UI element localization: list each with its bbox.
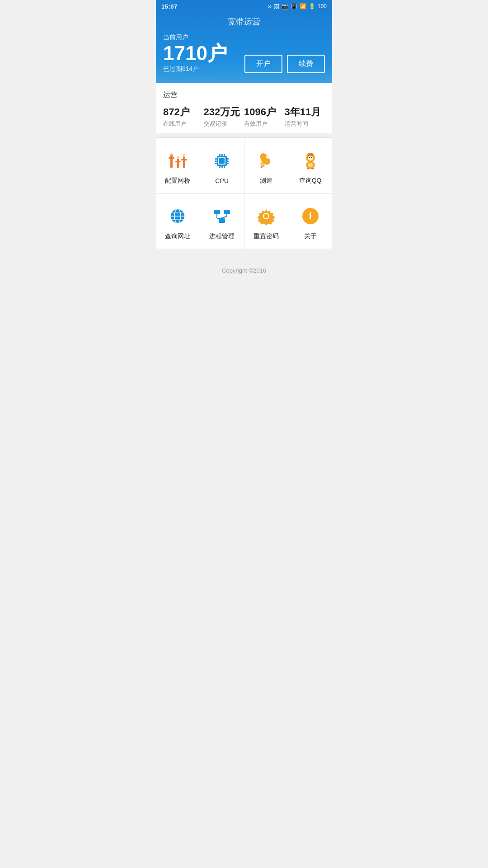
cpu-icon: [210, 149, 234, 173]
svg-rect-8: [181, 159, 187, 160]
svg-point-34: [308, 163, 313, 167]
grid-section: 配置网桥: [156, 137, 332, 249]
config-bridge-label: 配置网桥: [165, 177, 190, 185]
infinity-icon: ∞: [267, 3, 272, 9]
svg-rect-0: [170, 155, 173, 168]
current-user-label: 当前用户: [163, 33, 325, 42]
stat-active-value: 1096户: [244, 105, 285, 119]
gear-icon: [254, 204, 278, 228]
stat-time-label: 运营时间: [285, 120, 325, 128]
stats-title: 运营: [163, 90, 325, 100]
info-icon: i: [299, 204, 322, 228]
stat-active-label: 有效用户: [244, 120, 285, 128]
query-url-label: 查询网址: [165, 232, 190, 241]
svg-rect-4: [183, 157, 185, 168]
svg-rect-16: [221, 166, 223, 168]
footer: Copyright ©2016: [156, 249, 332, 283]
svg-rect-19: [215, 160, 217, 162]
svg-rect-15: [219, 166, 221, 168]
stat-tx-label: 交易记录: [204, 120, 244, 128]
stats-row: 872户 在线用户 232万元 交易记录 1096户 有效用户 3年11月 运营…: [163, 105, 325, 128]
svg-rect-7: [175, 161, 181, 162]
copyright-text: Copyright ©2016: [222, 267, 266, 274]
svg-rect-18: [215, 158, 217, 160]
qq-icon: [299, 149, 322, 172]
rocket-icon: [254, 149, 278, 172]
stat-tx-value: 232万元: [204, 105, 244, 119]
reset-pwd-label: 重置密码: [253, 232, 279, 241]
grid-item-cpu[interactable]: CPU: [200, 138, 244, 193]
app-title: 宽带运营: [163, 16, 325, 27]
svg-point-32: [309, 157, 310, 158]
about-label: 关于: [304, 232, 317, 241]
grid-row-2: 查询网址 进程管理: [156, 193, 332, 249]
cpu-label: CPU: [215, 177, 229, 184]
stats-section: 运营 872户 在线用户 232万元 交易记录 1096户 有效用户 3年11月…: [156, 83, 332, 134]
speed-test-label: 测速: [260, 177, 272, 185]
svg-point-31: [308, 156, 313, 160]
svg-rect-44: [224, 210, 230, 214]
svg-rect-17: [224, 166, 225, 168]
user-count-value: 1710户: [163, 43, 227, 63]
stat-online-label: 在线用户: [163, 120, 204, 128]
svg-rect-43: [214, 210, 220, 214]
svg-rect-6: [169, 157, 174, 159]
svg-rect-2: [177, 159, 179, 168]
svg-point-33: [311, 157, 312, 158]
stat-time-value: 3年11月: [285, 105, 325, 119]
svg-rect-20: [215, 163, 217, 164]
status-bar: 15:07 ∞ 🖼 📷 📳 📶 🔋 100: [156, 0, 332, 13]
stat-transactions: 232万元 交易记录: [204, 105, 244, 128]
renew-button[interactable]: 续费: [287, 55, 325, 73]
status-icons: ∞ 🖼 📷 📳 📶 🔋 100: [267, 3, 327, 9]
stat-operation-time: 3年11月 运营时间: [285, 105, 325, 128]
expired-label: 已过期614户: [163, 65, 227, 73]
svg-rect-23: [227, 163, 229, 164]
grid-item-about[interactable]: i 关于: [288, 193, 332, 249]
grid-item-reset-pwd[interactable]: 重置密码: [244, 193, 289, 249]
vibrate-icon: 📳: [291, 3, 297, 9]
stat-online-users: 872户 在线用户: [163, 105, 204, 128]
svg-text:i: i: [309, 210, 312, 222]
svg-rect-12: [219, 154, 221, 156]
grid-item-speed-test[interactable]: 测速: [244, 138, 289, 193]
open-account-button[interactable]: 开户: [244, 55, 282, 73]
battery-frame-icon: 🔋: [309, 3, 315, 9]
globe-icon: [166, 204, 189, 228]
svg-rect-1: [170, 153, 173, 157]
wifi-icon: 📶: [300, 3, 306, 9]
image-icon: 🖼: [274, 3, 279, 9]
svg-rect-13: [221, 154, 223, 156]
battery-level: 100: [318, 3, 327, 9]
svg-point-36: [311, 168, 314, 170]
screenshot-icon: 📷: [282, 3, 288, 9]
status-time: 15:07: [161, 3, 178, 10]
query-qq-label: 查询QQ: [299, 177, 322, 185]
svg-point-53: [264, 214, 268, 218]
stat-active-users: 1096户 有效用户: [244, 105, 285, 128]
svg-rect-3: [177, 156, 179, 160]
grid-item-query-qq[interactable]: 查询QQ: [288, 138, 332, 193]
svg-rect-11: [219, 158, 225, 164]
bridge-icon: [166, 149, 189, 172]
stat-online-value: 872户: [163, 105, 204, 119]
header-section: 宽带运营 当前用户 1710户 已过期614户 开户 续费: [156, 13, 332, 83]
svg-rect-5: [183, 154, 185, 158]
svg-point-35: [307, 168, 310, 170]
svg-rect-22: [227, 160, 229, 162]
svg-rect-14: [224, 154, 225, 156]
grid-item-query-url[interactable]: 查询网址: [156, 193, 200, 249]
grid-item-config-bridge[interactable]: 配置网桥: [156, 138, 200, 193]
svg-line-49: [222, 216, 227, 218]
grid-row-1: 配置网桥: [156, 138, 332, 193]
svg-point-30: [307, 153, 314, 156]
svg-point-24: [258, 151, 272, 166]
process-icon: [210, 204, 234, 228]
process-mgmt-label: 进程管理: [209, 232, 235, 241]
svg-point-25: [266, 155, 270, 159]
grid-item-process-mgmt[interactable]: 进程管理: [200, 193, 244, 249]
svg-rect-21: [227, 158, 229, 160]
